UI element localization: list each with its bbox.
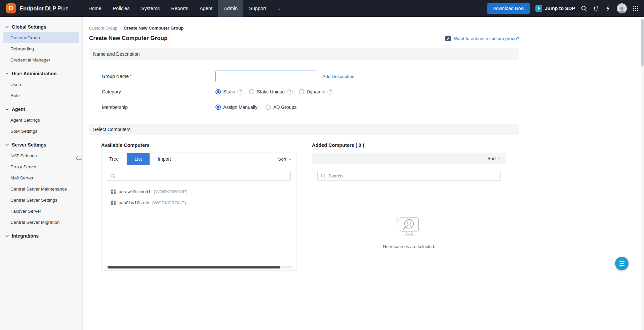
- nav-item-policies[interactable]: Policies: [107, 0, 135, 17]
- added-computers-title: Added Computers ( 0 ): [312, 142, 506, 148]
- sidebar-item-users[interactable]: Users: [0, 79, 82, 90]
- sidebar-header-server-settings[interactable]: Server Settings: [0, 139, 82, 150]
- vertical-scrollbar-thumb[interactable]: [641, 19, 644, 66]
- sdp-icon: [535, 5, 542, 12]
- menu-icon: [619, 261, 625, 262]
- help-icon-static-unique[interactable]: ?: [287, 89, 293, 95]
- sidebar-item-failover-server[interactable]: Failover Server: [0, 206, 82, 217]
- sidebar-item-central-server-maintenance[interactable]: Central Server Maintenance: [0, 183, 82, 195]
- sidebar-header-integrations[interactable]: Integrations: [0, 231, 82, 241]
- added-search-box: [317, 171, 501, 181]
- sidebar-item-custom-group[interactable]: Custom Group: [3, 32, 79, 43]
- available-tabs: Tree List Import Sort ▲: [102, 153, 296, 165]
- main-nav: Home Policies Systems Reports Agent Admi…: [83, 0, 287, 17]
- topbar: D Endpoint DLPPlus Home Policies Systems…: [0, 0, 644, 17]
- nav-item-home[interactable]: Home: [83, 0, 107, 17]
- help-icon-dynamic[interactable]: ?: [327, 89, 333, 95]
- sidebar-section-agent: Agent Agent Settings SoM Settings: [0, 104, 82, 137]
- lightning-icon[interactable]: [605, 5, 611, 11]
- sidebar-collapse-button[interactable]: [76, 156, 82, 162]
- sidebar-item-central-server-migration[interactable]: Central Server Migration: [0, 217, 82, 228]
- nav-item-systems[interactable]: Systems: [135, 0, 166, 17]
- topbar-right: Download Now Jump to SDP: [487, 0, 644, 17]
- brand-name-light: Plus: [57, 5, 68, 11]
- available-sort-button[interactable]: Sort ▲: [278, 153, 296, 165]
- enhance-custom-group-link[interactable]: Want to enhance custom group?: [445, 36, 519, 41]
- membership-option-assign-manually[interactable]: Assign Manually: [215, 105, 257, 110]
- section-header-select-computers: Select Computers: [89, 124, 519, 135]
- jump-to-sdp-button[interactable]: Jump to SDP: [535, 5, 575, 12]
- radio-icon: [266, 105, 271, 110]
- sidebar-item-agent-settings[interactable]: Agent Settings: [0, 115, 82, 126]
- user-avatar[interactable]: [617, 3, 627, 13]
- notification-bell-icon[interactable]: [593, 5, 599, 12]
- added-sort-button[interactable]: Sort ▲: [312, 153, 506, 164]
- list-item-computer[interactable]: ues-w10-cloud1 (WORKGROUP): [102, 186, 296, 197]
- sidebar-item-proxy-server[interactable]: Proxy Server: [0, 161, 82, 172]
- breadcrumb-link-custom-group[interactable]: Custom Group: [89, 26, 118, 31]
- radio-selected-icon: [215, 105, 221, 110]
- sidebar-item-nat-settings[interactable]: NAT Settings: [0, 150, 82, 161]
- nav-item-reports[interactable]: Reports: [165, 0, 194, 17]
- sidebar-header-user-administration[interactable]: User Administration: [0, 68, 82, 79]
- sidebar-section-global-settings: Global Settings Custom Group Rebranding …: [0, 22, 82, 66]
- apps-grid-icon[interactable]: [633, 5, 639, 11]
- search-icon: [321, 173, 326, 178]
- chevron-down-icon: [5, 26, 9, 28]
- category-option-static-unique[interactable]: Static Unique: [249, 89, 285, 94]
- sidebar-item-central-server-settings[interactable]: Central Server Settings: [0, 195, 82, 206]
- horizontal-scrollbar[interactable]: [107, 266, 293, 269]
- download-now-button[interactable]: Download Now: [487, 3, 530, 14]
- group-form: Group Name* Add Description Category Sta…: [89, 60, 519, 117]
- add-description-link[interactable]: Add Description: [322, 74, 354, 79]
- available-computers-panel: Available Computers Tree List Import Sor…: [101, 142, 296, 271]
- added-count: ( 0 ): [356, 142, 364, 148]
- search-icon[interactable]: [581, 5, 587, 12]
- group-name-input[interactable]: [215, 71, 317, 82]
- chevron-down-icon: [5, 235, 9, 237]
- nav-item-admin[interactable]: Admin: [218, 0, 243, 17]
- jump-to-sdp-label: Jump to SDP: [545, 6, 575, 11]
- sidebar-item-rebranding[interactable]: Rebranding: [0, 43, 82, 54]
- radio-icon: [249, 89, 254, 94]
- horizontal-scrollbar-thumb[interactable]: [108, 266, 280, 269]
- nav-item-agent[interactable]: Agent: [194, 0, 218, 17]
- sidebar-section-user-administration: User Administration Users Role: [0, 68, 82, 101]
- sidebar-item-mail-server[interactable]: Mail Server: [0, 172, 82, 183]
- category-option-dynamic[interactable]: Dynamic: [299, 89, 325, 94]
- pencil-edit-icon: [445, 36, 451, 41]
- app-root: D Endpoint DLPPlus Home Policies Systems…: [0, 0, 644, 330]
- floating-menu-button[interactable]: [615, 257, 629, 270]
- membership-option-ad-groups[interactable]: AD Groups: [266, 105, 296, 110]
- tab-list[interactable]: List: [127, 153, 150, 165]
- search-icon: [110, 173, 115, 178]
- tab-import[interactable]: Import: [150, 153, 179, 165]
- category-option-static[interactable]: Static: [215, 89, 235, 94]
- category-row: Category Static ? Static Unique ?: [102, 84, 519, 99]
- vertical-scrollbar[interactable]: [641, 17, 644, 330]
- tab-tree[interactable]: Tree: [102, 153, 127, 165]
- category-label: Category: [102, 89, 215, 94]
- required-asterisk: *: [130, 74, 131, 79]
- added-computers-panel: Added Computers ( 0 ) Sort ▲: [312, 142, 506, 271]
- nav-item-support[interactable]: Support: [243, 0, 272, 17]
- sidebar-header-agent[interactable]: Agent: [0, 104, 82, 115]
- sidebar-item-credential-manager[interactable]: Credential Manager: [0, 54, 82, 66]
- added-search-input[interactable]: [328, 173, 497, 178]
- list-item-computer[interactable]: ues01w10s-aio (WORKGROUP): [102, 197, 296, 208]
- empty-state: No resources are selected.: [312, 216, 506, 249]
- sidebar-header-global-settings[interactable]: Global Settings: [0, 22, 82, 32]
- sort-arrow-icon: ▲: [288, 157, 291, 161]
- membership-row: Membership Assign Manually AD Groups: [102, 99, 519, 115]
- available-search-input[interactable]: [118, 173, 287, 178]
- available-computers-title: Available Computers: [101, 142, 296, 148]
- sidebar-item-som-settings[interactable]: SoM Settings: [0, 126, 82, 137]
- brand-name-bold: Endpoint DLP: [19, 5, 56, 11]
- windows-icon: [111, 201, 116, 205]
- help-icon-static[interactable]: ?: [237, 89, 243, 95]
- sidebar-item-role[interactable]: Role: [0, 90, 82, 101]
- sidebar-section-server-settings: Server Settings NAT Settings Proxy Serve…: [0, 139, 82, 228]
- available-computer-list: ues-w10-cloud1 (WORKGROUP) ues01w10s-aio…: [102, 186, 296, 208]
- empty-state-illustration: [393, 216, 425, 240]
- nav-item-more[interactable]: ...: [272, 0, 287, 17]
